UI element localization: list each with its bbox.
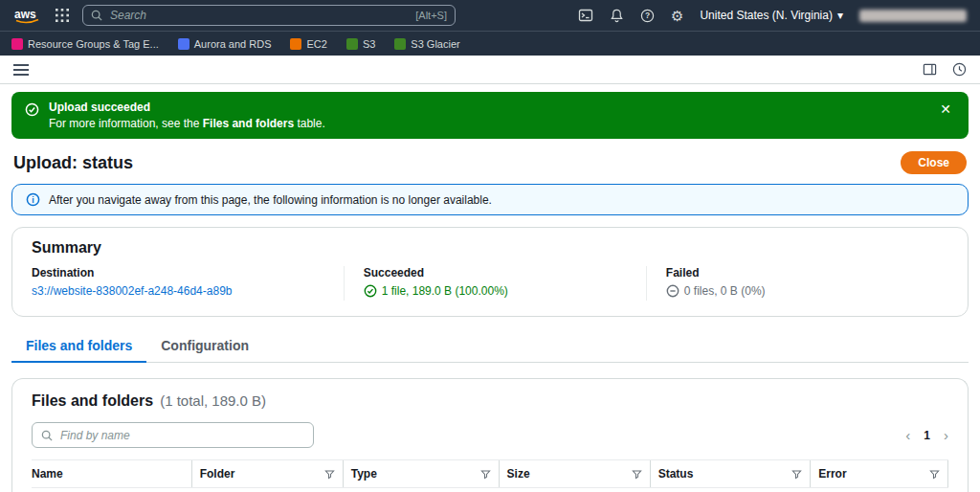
cell-size: 189.0 B xyxy=(500,488,651,492)
favorite-label: Aurora and RDS xyxy=(194,38,272,50)
files-and-folders-link[interactable]: Files and folders xyxy=(203,117,294,130)
cell-name: index.html xyxy=(32,488,192,492)
search-icon xyxy=(91,10,102,21)
secondary-toolbar xyxy=(0,56,980,84)
destination-label: Destination xyxy=(32,266,328,280)
current-page[interactable]: 1 xyxy=(924,429,930,442)
success-check-icon xyxy=(364,284,377,298)
hamburger-menu-icon[interactable] xyxy=(13,63,29,77)
main-content: Upload succeeded For more information, s… xyxy=(0,84,980,492)
failed-text: 0 files, 0 B (0%) xyxy=(684,284,766,298)
info-icon: i xyxy=(26,192,40,207)
top-navigation-bar: aws [Alt+S] xyxy=(0,0,980,32)
cell-folder: - xyxy=(192,488,344,492)
favorite-s3[interactable]: S3 xyxy=(346,38,375,50)
help-icon[interactable]: ? xyxy=(640,9,655,23)
favorite-label: S3 Glacier xyxy=(411,38,459,50)
table-row: index.html - text/html 189.0 B Succeeded xyxy=(32,488,948,492)
global-search[interactable]: [Alt+S] xyxy=(82,5,456,26)
summary-grid: Destination s3://website-838002ef-a248-4… xyxy=(32,266,948,301)
topnav-left: aws [Alt+S] xyxy=(13,5,456,26)
summary-failed: Failed 0 files, 0 B (0%) xyxy=(646,266,948,301)
notifications-bell-icon[interactable] xyxy=(610,9,624,23)
cell-status: Succeeded xyxy=(651,488,812,492)
flashbar-text: Upload succeeded For more information, s… xyxy=(49,101,325,130)
ec2-icon xyxy=(290,38,301,50)
search-icon xyxy=(41,430,53,441)
flashbar-title: Upload succeeded xyxy=(49,101,325,114)
toolbar-right xyxy=(923,62,967,77)
minus-circle-icon xyxy=(666,284,679,298)
column-label: Name xyxy=(32,467,63,481)
cell-error: - xyxy=(811,488,948,492)
topnav-right: ? ⚙ United States (N. Virginia) ▾ xyxy=(578,8,967,23)
summary-destination: Destination s3://website-838002ef-a248-4… xyxy=(32,266,344,301)
succeeded-label: Succeeded xyxy=(364,266,631,280)
chevron-down-icon: ▾ xyxy=(837,9,843,22)
rds-icon xyxy=(178,38,189,50)
svg-text:?: ? xyxy=(645,11,650,20)
filter-icon[interactable] xyxy=(929,469,940,480)
search-input[interactable] xyxy=(108,8,410,23)
files-card-title: Files and folders xyxy=(32,392,153,410)
s3-glacier-icon xyxy=(394,38,406,50)
region-selector[interactable]: United States (N. Virginia) ▾ xyxy=(700,9,843,22)
column-label: Folder xyxy=(200,467,235,481)
search-shortcut: [Alt+S] xyxy=(415,10,447,21)
flashbar-message: For more information, see the Files and … xyxy=(49,117,325,130)
table-controls: ‹ 1 › xyxy=(32,422,948,448)
find-by-name-filter[interactable] xyxy=(32,422,314,448)
success-check-icon xyxy=(25,102,39,117)
column-header-type: Type xyxy=(344,460,500,487)
page-title: Upload: status xyxy=(13,153,133,173)
summary-card: Summary Destination s3://website-838002e… xyxy=(11,227,969,317)
close-button[interactable]: Close xyxy=(901,151,967,174)
favorite-resource-groups[interactable]: Resource Groups & Tag E... xyxy=(11,38,159,50)
filter-icon[interactable] xyxy=(324,469,335,480)
info-alert: i After you navigate away from this page… xyxy=(11,184,969,215)
destination-bucket-link[interactable]: s3://website-838002ef-a248-46d4-a89b xyxy=(32,284,232,298)
aws-logo[interactable]: aws xyxy=(13,7,42,24)
column-label: Size xyxy=(507,467,530,481)
find-by-name-input[interactable] xyxy=(58,428,304,443)
filter-icon[interactable] xyxy=(480,469,491,480)
favorite-label: S3 xyxy=(363,38,375,50)
column-header-error: Error xyxy=(811,460,948,487)
files-and-folders-card: Files and folders (1 total, 189.0 B) ‹ 1… xyxy=(11,378,969,492)
resource-groups-icon xyxy=(11,38,23,50)
tab-configuration[interactable]: Configuration xyxy=(146,332,263,362)
column-label: Type xyxy=(351,467,377,481)
success-flashbar: Upload succeeded For more information, s… xyxy=(11,92,969,139)
tab-bar: Files and folders Configuration xyxy=(11,332,969,363)
dismiss-flashbar-button[interactable]: ✕ xyxy=(936,101,955,118)
favorites-bar: Resource Groups & Tag E... Aurora and RD… xyxy=(0,32,980,56)
succeeded-value: 1 file, 189.0 B (100.00%) xyxy=(364,284,508,298)
column-header-folder: Folder xyxy=(192,460,344,487)
account-menu[interactable] xyxy=(859,10,967,22)
favorite-s3-glacier[interactable]: S3 Glacier xyxy=(394,38,459,50)
services-grid-icon[interactable] xyxy=(56,9,69,22)
previous-page-icon[interactable]: ‹ xyxy=(905,427,910,443)
filter-icon[interactable] xyxy=(791,469,802,480)
favorite-ec2[interactable]: EC2 xyxy=(290,38,326,50)
tab-files-and-folders[interactable]: Files and folders xyxy=(11,332,146,363)
column-label: Error xyxy=(818,467,846,481)
s3-icon xyxy=(346,38,358,50)
favorite-aurora-rds[interactable]: Aurora and RDS xyxy=(178,38,272,50)
column-header-status: Status xyxy=(651,460,812,487)
info-alert-text: After you navigate away from this page, … xyxy=(49,193,492,207)
cell-type: text/html xyxy=(344,488,500,492)
failed-value: 0 files, 0 B (0%) xyxy=(666,284,766,298)
history-clock-icon[interactable] xyxy=(952,62,967,77)
column-header-size: Size xyxy=(500,460,651,487)
filter-icon[interactable] xyxy=(632,469,642,480)
flashbar-message-prefix: For more information, see the xyxy=(49,117,203,130)
svg-text:aws: aws xyxy=(14,8,36,21)
side-panel-icon[interactable] xyxy=(923,62,937,77)
summary-heading: Summary xyxy=(32,239,948,257)
settings-gear-icon[interactable]: ⚙ xyxy=(671,9,683,23)
column-header-name: Name xyxy=(32,460,192,487)
flashbar-message-suffix: table. xyxy=(294,117,325,130)
next-page-icon[interactable]: › xyxy=(944,427,948,443)
cloudshell-icon[interactable] xyxy=(578,8,593,23)
